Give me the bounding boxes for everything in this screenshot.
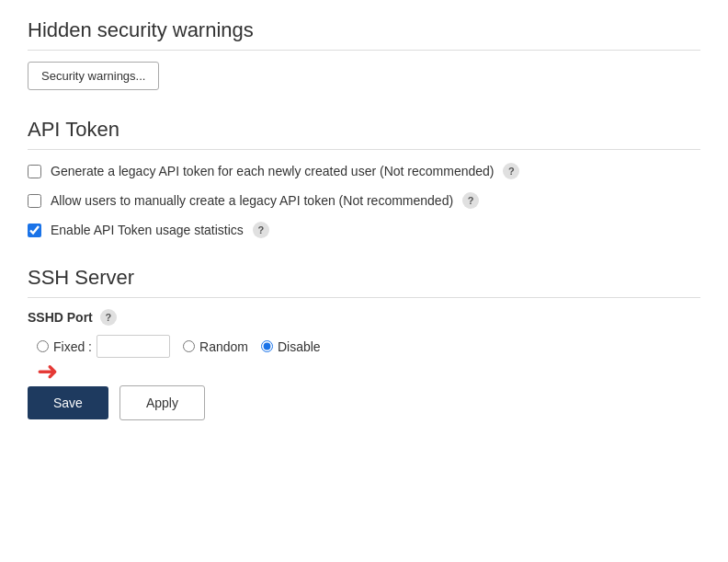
api-token-title: API Token (28, 118, 700, 150)
disable-radio-label: Disable (278, 339, 321, 354)
checkbox-row-2: Allow users to manually create a legacy … (28, 192, 700, 209)
generate-legacy-token-checkbox[interactable] (28, 165, 41, 178)
checkbox-row-1: Generate a legacy API token for each new… (28, 163, 700, 179)
enable-api-token-stats-help-icon[interactable]: ? (253, 222, 269, 238)
fixed-port-input[interactable] (97, 335, 170, 358)
disable-radio[interactable] (261, 340, 273, 352)
allow-manually-create-token-label: Allow users to manually create a legacy … (51, 193, 453, 208)
random-radio-label: Random (199, 339, 248, 354)
checkbox-row-3: Enable API Token usage statistics ? (28, 222, 700, 238)
enable-api-token-stats-checkbox[interactable] (28, 224, 41, 237)
ssh-server-section: SSH Server SSHD Port ? Fixed : Random Di… (28, 266, 700, 358)
hidden-security-section: Hidden security warnings Security warnin… (28, 18, 700, 118)
sshd-port-label-row: SSHD Port ? (28, 309, 700, 326)
sshd-port-text: SSHD Port (28, 310, 93, 325)
allow-manually-create-token-checkbox[interactable] (28, 194, 41, 208)
allow-manually-create-token-help-icon[interactable]: ? (462, 192, 479, 209)
red-arrow-icon: ➜ (37, 359, 58, 384)
security-warnings-button[interactable]: Security warnings... (28, 62, 159, 90)
fixed-radio[interactable] (37, 340, 49, 352)
apply-button[interactable]: Apply (119, 385, 205, 420)
random-radio[interactable] (183, 340, 195, 352)
sshd-port-radio-row: Fixed : Random Disable (37, 335, 700, 358)
generate-legacy-token-help-icon[interactable]: ? (503, 163, 519, 179)
sshd-port-help-icon[interactable]: ? (100, 309, 117, 326)
enable-api-token-stats-label: Enable API Token usage statistics (51, 223, 244, 237)
hidden-security-title: Hidden security warnings (28, 18, 700, 51)
disable-radio-group: Disable (261, 339, 321, 354)
random-radio-group: Random (183, 339, 248, 354)
generate-legacy-token-label: Generate a legacy API token for each new… (51, 164, 494, 178)
api-token-section: API Token Generate a legacy API token fo… (28, 118, 700, 238)
save-button[interactable]: Save (28, 386, 108, 419)
ssh-server-title: SSH Server (28, 266, 700, 298)
arrow-container: ➜ Save (28, 386, 108, 419)
action-buttons-row: ➜ Save Apply (28, 385, 700, 420)
fixed-radio-group: Fixed : (37, 335, 170, 358)
fixed-radio-label: Fixed : (53, 339, 92, 354)
